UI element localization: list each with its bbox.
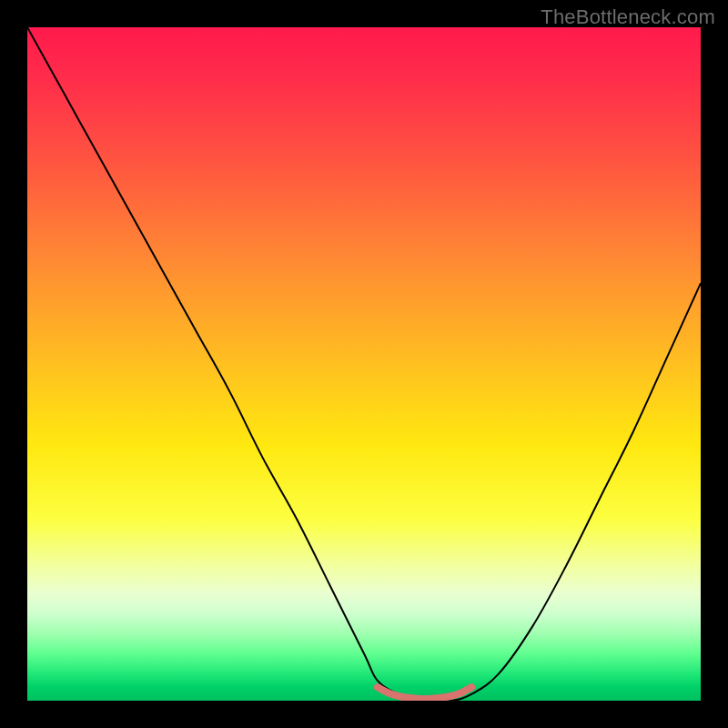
watermark-text: TheBottleneck.com xyxy=(541,5,715,29)
chart-plot-area xyxy=(27,27,701,701)
chart-svg xyxy=(27,27,701,701)
optimal-band-path xyxy=(378,687,472,699)
bottleneck-curve-path xyxy=(27,27,701,701)
